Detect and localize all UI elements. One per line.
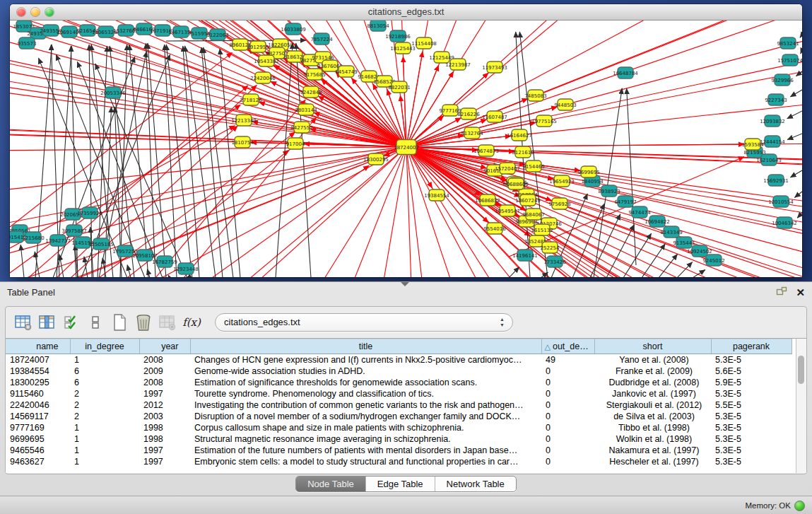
close-window-button[interactable] [17, 8, 25, 16]
cell-name[interactable]: 22420046 [6, 399, 70, 411]
column-header-in-degree[interactable]: in_degree [70, 339, 139, 354]
table-scrollbar[interactable] [796, 339, 806, 473]
table-row[interactable]: 1938455462009Genome-wide association stu… [6, 366, 792, 377]
table-scrollbar-thumb[interactable] [798, 356, 804, 384]
cell-pagerank[interactable]: 5.3E-5 [711, 388, 792, 399]
table-row[interactable]: 1872400712008Changes of HCN gene express… [6, 354, 792, 366]
float-panel-icon[interactable] [776, 286, 787, 299]
cell-pagerank[interactable]: 5.3E-5 [711, 354, 792, 366]
cell-title[interactable]: Investigating the contribution of common… [190, 399, 541, 411]
cell-year[interactable]: 2008 [139, 377, 190, 388]
cell-title[interactable]: Genome-wide association studies in ADHD. [190, 366, 541, 377]
cell-short[interactable]: Nakamura et al. (1997) [594, 445, 711, 456]
cell-short[interactable]: Wolkin et al. (1998) [594, 433, 711, 445]
cell-year[interactable]: 1998 [139, 433, 190, 445]
cell-year[interactable]: 1998 [139, 422, 190, 433]
cell-pagerank[interactable]: 5.3E-5 [711, 433, 792, 445]
cell-short[interactable]: Stergiakouli et al. (2012) [594, 399, 711, 411]
cell-out-de-[interactable]: 0 [541, 456, 594, 467]
cell-out-de-[interactable]: 0 [541, 433, 594, 445]
cell-short[interactable]: de Silva et al. (2003) [594, 411, 711, 422]
table-row[interactable]: 1830029562008Estimation of significance … [6, 377, 792, 388]
cell-in-degree[interactable]: 1 [70, 445, 139, 456]
column-header-name[interactable]: name [6, 339, 70, 354]
cell-title[interactable]: Structural magnetic resonance image aver… [190, 433, 541, 445]
window-titlebar[interactable]: citations_edges.txt [10, 4, 802, 21]
cell-year[interactable]: 2003 [139, 411, 190, 422]
cell-out-de-[interactable]: 0 [541, 445, 594, 456]
minimize-window-button[interactable] [31, 8, 40, 16]
column-header-year[interactable]: year [139, 339, 190, 354]
close-panel-icon[interactable]: ✕ [796, 288, 805, 298]
cell-year[interactable]: 2012 [139, 399, 190, 411]
cell-pagerank[interactable]: 5.3E-5 [711, 411, 792, 422]
table-row[interactable]: 911546021997Tourette syndrome. Phenomeno… [6, 388, 792, 399]
cell-name[interactable]: 9699695 [6, 433, 70, 445]
column-chooser-button[interactable] [37, 312, 58, 333]
cell-title[interactable]: Embryonic stem cells: a model to study s… [190, 456, 541, 467]
delete-trash-button[interactable] [133, 312, 154, 333]
cell-year[interactable]: 1997 [139, 456, 190, 467]
cell-name[interactable]: 9465546 [6, 445, 70, 456]
cell-in-degree[interactable]: 2 [70, 399, 139, 411]
cell-in-degree[interactable]: 1 [70, 433, 139, 445]
cell-name[interactable]: 9777169 [6, 422, 70, 433]
memory-status-icon[interactable] [794, 501, 805, 511]
cell-short[interactable]: Yano et al. (2008) [594, 354, 711, 366]
cell-in-degree[interactable]: 1 [70, 456, 139, 467]
cell-pagerank[interactable]: 5.3E-5 [711, 456, 792, 467]
rows-button[interactable] [85, 312, 106, 333]
network-view-canvas[interactable]: 1853071249355793557324935572069140692165… [10, 21, 802, 277]
column-header-title[interactable]: title [190, 339, 541, 354]
cell-title[interactable]: Estimation of significance thresholds fo… [190, 377, 541, 388]
select-rows-button[interactable] [61, 312, 82, 333]
cell-out-de-[interactable]: 0 [541, 422, 594, 433]
cell-pagerank[interactable]: 5.3E-5 [711, 445, 792, 456]
tab-node-table[interactable]: Node Table [296, 477, 366, 491]
cell-name[interactable]: 9463627 [6, 456, 70, 467]
column-header-out-de-[interactable]: △out_de… [541, 339, 594, 354]
cell-in-degree[interactable]: 6 [70, 377, 139, 388]
cell-in-degree[interactable]: 2 [70, 411, 139, 422]
cell-pagerank[interactable]: 5.9E-5 [711, 377, 792, 388]
cell-name[interactable]: 9115460 [6, 388, 70, 399]
cell-name[interactable]: 19384554 [6, 366, 70, 377]
cell-year[interactable]: 1997 [139, 445, 190, 456]
cell-short[interactable]: Jankovic et al. (1997) [594, 388, 711, 399]
network-table-selector[interactable]: citations_edges.txt ▲▼ [215, 313, 513, 332]
cell-short[interactable]: Tibbo et al. (1998) [594, 422, 711, 433]
cell-title[interactable]: Changes of HCN gene expression and I(f) … [190, 354, 541, 366]
cell-title[interactable]: Estimation of the future numbers of pati… [190, 445, 541, 456]
new-document-button[interactable] [109, 312, 130, 333]
table-row[interactable]: 946362711997Embryonic stem cells: a mode… [6, 456, 792, 467]
cell-year[interactable]: 2008 [139, 354, 190, 366]
cell-in-degree[interactable]: 1 [70, 354, 139, 366]
cell-name[interactable]: 18300295 [6, 377, 70, 388]
tab-edge-table[interactable]: Edge Table [366, 477, 435, 491]
cell-in-degree[interactable]: 1 [70, 422, 139, 433]
cell-in-degree[interactable]: 2 [70, 388, 139, 399]
cell-name[interactable]: 18724007 [6, 354, 70, 366]
table-row[interactable]: 969969511998Structural magnetic resonanc… [6, 433, 792, 445]
cell-title[interactable]: Disruption of a novel member of a sodium… [190, 411, 541, 422]
delete-table-button[interactable] [157, 312, 178, 333]
cell-title[interactable]: Corpus callosum shape and size in male p… [190, 422, 541, 433]
cell-short[interactable]: Franke et al. (2009) [594, 366, 711, 377]
cell-short[interactable]: Hescheler et al. (1997) [594, 456, 711, 467]
zoom-window-button[interactable] [45, 8, 54, 16]
cell-title[interactable]: Tourette syndrome. Phenomenology and cla… [190, 388, 541, 399]
cell-out-de-[interactable]: 0 [541, 377, 594, 388]
column-header-short[interactable]: short [594, 339, 711, 354]
cell-pagerank[interactable]: 5.5E-5 [711, 399, 792, 411]
table-row[interactable]: 2242004622012Investigating the contribut… [6, 399, 792, 411]
column-header-pagerank[interactable]: pagerank [711, 339, 792, 354]
cell-out-de-[interactable]: 0 [541, 388, 594, 399]
function-builder-button[interactable]: f(x) [181, 312, 202, 333]
cell-pagerank[interactable]: 5.6E-5 [711, 366, 792, 377]
cell-year[interactable]: 2009 [139, 366, 190, 377]
table-row[interactable]: 1456911722003Disruption of a novel membe… [6, 411, 792, 422]
cell-pagerank[interactable]: 5.3E-5 [711, 422, 792, 433]
table-row[interactable]: 977716911998Corpus callosum shape and si… [6, 422, 792, 433]
table-settings-button[interactable] [13, 312, 34, 333]
tab-network-table[interactable]: Network Table [435, 477, 516, 491]
